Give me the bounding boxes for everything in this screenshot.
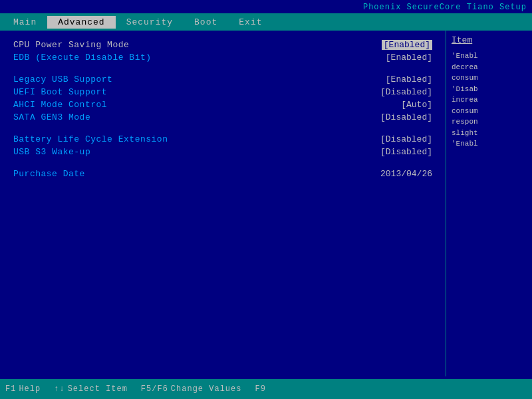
f9-key: F9 — [255, 384, 265, 394]
table-row[interactable]: USB S3 Wake-up [Disabled] — [13, 147, 432, 157]
status-arrows: ↑↓ Select Item — [54, 384, 128, 394]
table-row[interactable]: UEFI Boot Support [Disabled] — [13, 87, 432, 97]
section-gap — [13, 160, 432, 166]
menu-item-main[interactable]: Main — [3, 16, 47, 29]
setting-label-cpu-power: CPU Power Saving Mode — [13, 40, 129, 50]
arrows-desc: Select Item — [68, 384, 128, 394]
table-row[interactable]: AHCI Mode Control [Auto] — [13, 100, 432, 110]
setting-label-sata-gen3: SATA GEN3 Mode — [13, 112, 90, 122]
content-panel: CPU Power Saving Mode [Enabled] EDB (Exe… — [0, 31, 446, 376]
menu-item-exit[interactable]: Exit — [228, 16, 273, 29]
setting-label-edb: EDB (Execute Disable Bit) — [13, 53, 152, 63]
status-f1: F1 Help — [5, 384, 41, 394]
status-f5f6: F5/F6 Change Values — [141, 384, 242, 394]
section-gap — [13, 125, 432, 132]
table-row[interactable]: SATA GEN3 Mode [Disabled] — [13, 112, 432, 122]
setting-value-legacy-usb: [Enabled] — [386, 74, 432, 84]
f5f6-desc: Change Values — [171, 384, 242, 394]
menu-item-advanced[interactable]: Advanced — [47, 16, 115, 29]
help-panel: Item 'Enabldecreaconsum'Disabincreaconsu… — [446, 31, 532, 376]
bios-screen: Phoenix SecureCore Tiano Setup Main Adva… — [0, 0, 532, 399]
main-area: CPU Power Saving Mode [Enabled] EDB (Exe… — [0, 31, 532, 376]
setting-value-edb: [Enabled] — [386, 53, 432, 63]
setting-value-cpu-power: [Enabled] — [382, 40, 432, 50]
title-text: Phoenix SecureCore Tiano Setup — [363, 3, 527, 12]
setting-label-legacy-usb: Legacy USB Support — [13, 74, 112, 84]
title-bar: Phoenix SecureCore Tiano Setup — [0, 0, 532, 13]
status-bar: F1 Help ↑↓ Select Item F5/F6 Change Valu… — [0, 379, 532, 399]
setting-label-battery: Battery Life Cycle Extension — [13, 134, 168, 144]
setting-value-sata-gen3: [Disabled] — [380, 112, 432, 122]
table-row: Purchase Date 2013/04/26 — [13, 169, 432, 179]
f1-desc: Help — [19, 384, 41, 394]
help-panel-title: Item — [452, 35, 527, 47]
f1-key: F1 — [5, 384, 16, 394]
setting-label-usb-s3: USB S3 Wake-up — [13, 147, 90, 157]
menu-item-boot[interactable]: Boot — [184, 16, 228, 29]
table-row[interactable]: EDB (Execute Disable Bit) [Enabled] — [13, 53, 432, 63]
table-row[interactable]: Battery Life Cycle Extension [Disabled] — [13, 134, 432, 144]
setting-value-purchase-date: 2013/04/26 — [380, 169, 432, 179]
setting-value-battery: [Disabled] — [380, 134, 432, 144]
menu-bar: Main Advanced Security Boot Exit — [0, 13, 532, 31]
setting-label-purchase-date: Purchase Date — [13, 169, 85, 179]
setting-value-uefi-boot: [Disabled] — [380, 87, 432, 97]
setting-label-uefi-boot: UEFI Boot Support — [13, 87, 107, 97]
arrows-key: ↑↓ — [54, 384, 65, 394]
status-f9: F9 — [255, 384, 265, 394]
menu-item-security[interactable]: Security — [116, 16, 184, 29]
setting-label-ahci: AHCI Mode Control — [13, 100, 107, 110]
setting-value-ahci: [Auto] — [401, 100, 432, 110]
table-row[interactable]: CPU Power Saving Mode [Enabled] — [13, 40, 432, 50]
table-row[interactable]: Legacy USB Support [Enabled] — [13, 74, 432, 84]
section-gap — [13, 65, 432, 72]
help-panel-text: 'Enabldecreaconsum'Disabincreaconsumresp… — [452, 51, 527, 150]
setting-value-usb-s3: [Disabled] — [380, 147, 432, 157]
f5f6-key: F5/F6 — [141, 384, 168, 394]
